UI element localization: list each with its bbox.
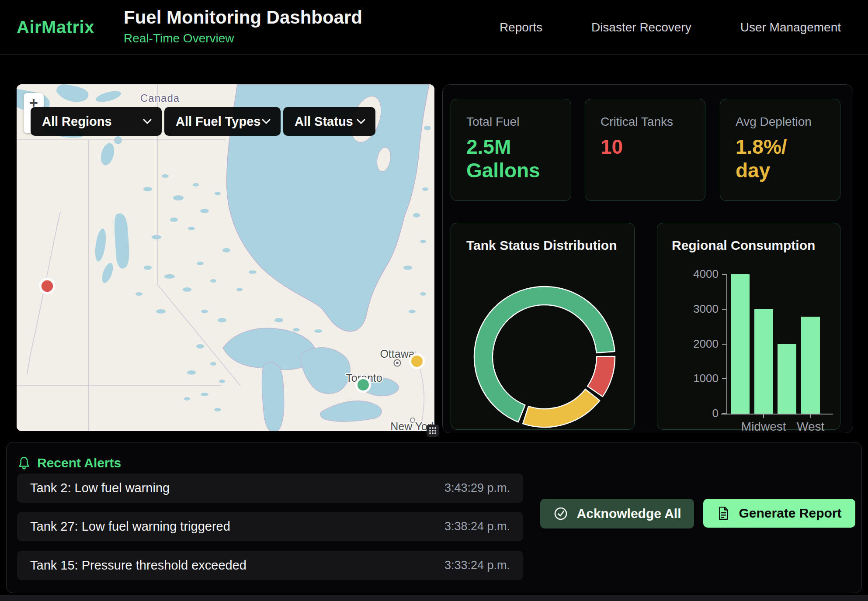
stat-label: Avg Depletion — [736, 115, 840, 129]
y-tick-label: 1000 — [688, 372, 719, 385]
bell-icon — [17, 456, 31, 470]
stat-label: Total Fuel — [466, 115, 571, 129]
map-label-canada: Canada — [140, 92, 180, 104]
bar-chart-x-axis — [721, 414, 833, 414]
y-tick-mark — [722, 309, 726, 310]
main-nav: Reports Disaster Recovery User Managemen… — [500, 0, 841, 55]
x-tick-label: West — [778, 420, 844, 434]
chevron-down-icon — [261, 118, 271, 124]
y-tick-label: 4000 — [688, 267, 719, 281]
y-tick-mark — [722, 274, 726, 275]
page-title: Fuel Monitoring Dashboard — [124, 7, 362, 28]
alert-row[interactable]: Tank 2: Low fuel warning 3:43:29 p.m. — [17, 473, 523, 503]
metrics-panel: Total Fuel 2.5M Gallons Critical Tanks 1… — [442, 84, 853, 433]
tank-status-donut-chart — [451, 223, 635, 430]
y-tick-mark — [722, 378, 726, 379]
fuel-type-filter-dropdown[interactable]: All Fuel Types — [164, 107, 281, 136]
stat-label: Critical Tanks — [601, 115, 705, 129]
brand-logo: AirMatrix — [17, 17, 94, 37]
alert-row[interactable]: Tank 15: Pressure threshold exceeded 3:3… — [17, 551, 523, 580]
nav-user-management[interactable]: User Management — [740, 21, 841, 35]
donut-chart-title: Tank Status Distribution — [466, 238, 617, 253]
tank-status-chart-card: Tank Status Distribution — [451, 223, 635, 430]
map-label-ottawa: Ottawa — [380, 348, 414, 360]
stat-value-critical-tanks: 10 — [601, 135, 688, 159]
stat-card-total-fuel: Total Fuel 2.5M Gallons — [451, 99, 571, 201]
alert-message: Tank 2: Low fuel warning — [30, 481, 170, 495]
regional-consumption-chart-card: Regional Consumption 01000200030004000Mi… — [657, 223, 840, 430]
bar-midwest — [754, 309, 773, 414]
fuel-type-filter-value: All Fuel Types — [176, 114, 260, 129]
alerts-title: Recent Alerts — [37, 456, 121, 470]
recent-alerts-panel: Recent Alerts Tank 2: Low fuel warning 3… — [6, 442, 862, 593]
nav-disaster-recovery[interactable]: Disaster Recovery — [591, 21, 691, 35]
alert-timestamp: 3:38:24 p.m. — [444, 520, 510, 533]
page-subtitle: Real-Time Overview — [124, 31, 362, 45]
alert-timestamp: 3:43:29 p.m. — [444, 481, 510, 495]
bar-chart-y-axis — [726, 274, 727, 414]
bar-west — [801, 317, 820, 414]
y-tick-label: 0 — [688, 407, 719, 420]
title-block: Fuel Monitoring Dashboard Real-Time Over… — [124, 7, 362, 45]
status-filter-dropdown[interactable]: All Status — [283, 107, 375, 136]
map-lake — [114, 136, 122, 144]
alerts-header: Recent Alerts — [17, 456, 121, 470]
donut-segment-critical — [587, 356, 615, 397]
stat-value-total-fuel: 2.5M Gallons — [466, 135, 554, 183]
chevron-down-icon — [356, 118, 366, 124]
generate-report-label: Generate Report — [739, 506, 841, 521]
dashboard-root: AirMatrix Fuel Monitoring Dashboard Real… — [0, 0, 868, 601]
y-tick-label: 2000 — [688, 337, 719, 351]
acknowledge-all-label: Acknowledge All — [577, 506, 681, 521]
stat-value-avg-depletion: 1.8%/day — [736, 135, 795, 183]
bar-region-1 — [731, 274, 750, 414]
check-circle-icon — [553, 506, 568, 521]
donut-segment-warning — [523, 389, 600, 427]
x-tick-mark — [763, 414, 764, 418]
y-tick-mark — [722, 413, 726, 414]
map-panel[interactable]: Canada Ottawa Toronto New York + All Reg… — [17, 84, 434, 431]
map-marker-normal[interactable] — [357, 378, 370, 392]
app-header: AirMatrix Fuel Monitoring Dashboard Real… — [0, 0, 868, 55]
stat-card-critical-tanks: Critical Tanks 10 — [585, 99, 705, 201]
bottom-strip — [0, 595, 868, 601]
map-marker-warning[interactable] — [410, 355, 424, 368]
stat-card-avg-depletion: Avg Depletion 1.8%/day — [720, 99, 840, 201]
region-filter-value: All Regions — [42, 114, 112, 129]
y-tick-label: 3000 — [688, 302, 719, 316]
document-icon — [717, 506, 730, 520]
map-canvas[interactable]: Canada Ottawa Toronto New York — [17, 84, 434, 431]
alert-message: Tank 27: Low fuel warning triggered — [30, 519, 230, 534]
bar-chart-title: Regional Consumption — [672, 238, 815, 253]
bar-region-3 — [778, 344, 796, 414]
map-marker-critical[interactable] — [40, 279, 54, 293]
chevron-down-icon — [142, 118, 152, 124]
nav-reports[interactable]: Reports — [500, 21, 542, 35]
regional-consumption-bar-chart: 01000200030004000MidwestWest — [727, 274, 831, 414]
status-filter-value: All Status — [295, 114, 353, 129]
alert-row[interactable]: Tank 27: Low fuel warning triggered 3:38… — [17, 512, 523, 541]
x-tick-mark — [810, 414, 811, 418]
region-filter-dropdown[interactable]: All Regions — [31, 107, 162, 136]
map-resize-handle[interactable] — [427, 425, 439, 437]
ottawa-city-dot-center — [396, 362, 399, 364]
map-filter-row: All Regions All Fuel Types All Status — [31, 107, 375, 136]
acknowledge-all-button[interactable]: Acknowledge All — [540, 499, 694, 528]
alert-timestamp: 3:33:24 p.m. — [444, 559, 510, 572]
alert-message: Tank 15: Pressure threshold exceeded — [30, 558, 247, 573]
y-tick-mark — [722, 344, 726, 345]
generate-report-button[interactable]: Generate Report — [703, 499, 855, 528]
